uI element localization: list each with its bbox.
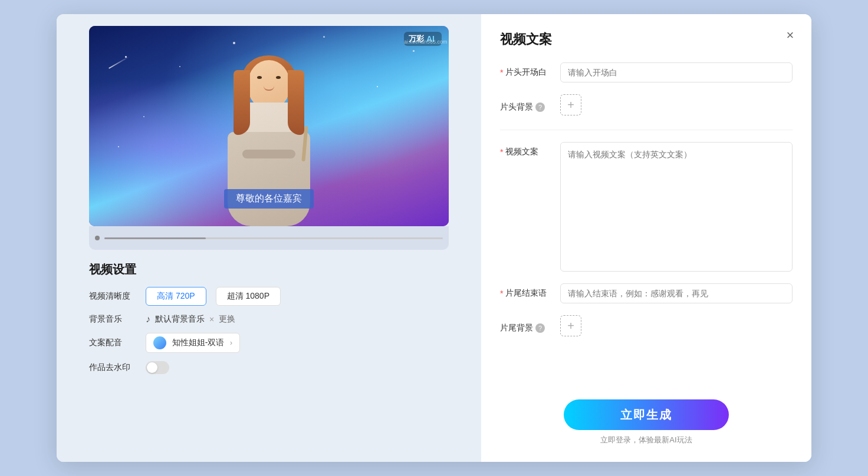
video-copy-field-row: * 视频文案: [500, 142, 793, 272]
modal-dialog: 万彩 AI ai.keehan365.com 尊敬的各位嘉宾: [57, 14, 811, 462]
music-label: 背景音乐: [89, 314, 136, 325]
watermark-toggle-label: 作品去水印: [89, 362, 136, 373]
header-bg-label: 片头背景 ?: [500, 97, 553, 113]
header-bg-field-row: 片头背景 ? +: [500, 94, 793, 115]
required-star-copy: *: [500, 147, 503, 157]
footer-bg-help-icon[interactable]: ?: [535, 323, 545, 333]
generate-section: 立即生成 立即登录，体验最新AI玩法: [500, 390, 793, 445]
generate-hint: 立即登录，体验最新AI玩法: [600, 435, 692, 445]
panel-title: 视频文案: [500, 31, 793, 48]
voice-setting-row: 文案配音 知性姐姐-双语 ›: [89, 333, 449, 353]
video-copy-label-text: 视频文案: [505, 147, 538, 157]
music-icon: ♪: [146, 314, 150, 325]
quality-1080p-button[interactable]: 超清 1080P: [216, 287, 281, 306]
music-remove-button[interactable]: ×: [209, 315, 214, 324]
toggle-knob: [147, 362, 157, 373]
music-name: 默认背景音乐: [155, 314, 205, 325]
watermark-toggle[interactable]: [146, 361, 169, 374]
voice-avatar-icon: [153, 336, 166, 349]
settings-section: 视频设置 视频清晰度 高清 720P 超清 1080P 背景音乐 ♪ 默认背景音…: [89, 262, 449, 382]
close-button[interactable]: ×: [781, 26, 800, 45]
video-copy-textarea[interactable]: [560, 142, 793, 272]
closing-label: * 片尾结束语: [500, 283, 553, 299]
settings-title: 视频设置: [89, 262, 449, 277]
voice-name: 知性姐姐-双语: [172, 338, 225, 348]
progress-bar[interactable]: [104, 237, 443, 239]
divider-1: [500, 130, 793, 130]
watermark-url: ai.keehan365.com: [404, 39, 442, 45]
closing-field-row: * 片尾结束语: [500, 283, 793, 303]
video-preview: 万彩 AI ai.keehan365.com 尊敬的各位嘉宾: [89, 26, 449, 226]
quality-label: 视频清晰度: [89, 291, 136, 302]
video-copy-label: * 视频文案: [500, 142, 553, 157]
opening-label-text: 片头开场白: [505, 67, 547, 78]
footer-bg-label-text: 片尾背景: [500, 323, 533, 333]
subtitle-text: 尊敬的各位嘉宾: [236, 193, 302, 203]
quality-720p-button[interactable]: 高清 720P: [146, 287, 206, 306]
right-panel: × 视频文案 * 片头开场白 片头背景 ? +: [481, 14, 811, 462]
music-info: ♪ 默认背景音乐 × 更换: [146, 314, 235, 325]
required-star-closing: *: [500, 289, 503, 298]
voice-label: 文案配音: [89, 338, 136, 348]
footer-bg-field-row: 片尾背景 ? +: [500, 315, 793, 336]
play-icon[interactable]: [95, 236, 100, 240]
header-bg-help-icon[interactable]: ?: [535, 103, 545, 112]
closing-label-text: 片尾结束语: [505, 288, 547, 299]
opening-label: * 片头开场白: [500, 62, 553, 78]
footer-bg-add-button[interactable]: +: [560, 315, 581, 336]
opening-input[interactable]: [560, 62, 793, 82]
modal-overlay: 万彩 AI ai.keehan365.com 尊敬的各位嘉宾: [0, 0, 868, 476]
music-change-button[interactable]: 更换: [219, 314, 235, 325]
music-setting-row: 背景音乐 ♪ 默认背景音乐 × 更换: [89, 314, 449, 325]
closing-input[interactable]: [560, 283, 793, 303]
voice-selector[interactable]: 知性姐姐-双语 ›: [146, 333, 240, 353]
generate-button[interactable]: 立即生成: [564, 399, 729, 430]
opening-field-row: * 片头开场白: [500, 62, 793, 82]
header-bg-label-text: 片头背景: [500, 102, 533, 113]
watermark-setting-row: 作品去水印: [89, 361, 449, 374]
quality-setting-row: 视频清晰度 高清 720P 超清 1080P: [89, 287, 449, 306]
video-controls-bar: [89, 226, 449, 250]
subtitle-bar: 尊敬的各位嘉宾: [224, 189, 314, 209]
voice-chevron-icon: ›: [230, 339, 232, 347]
header-bg-add-button[interactable]: +: [560, 94, 581, 115]
left-panel: 万彩 AI ai.keehan365.com 尊敬的各位嘉宾: [57, 14, 481, 462]
watermark: 万彩 AI ai.keehan365.com: [404, 32, 442, 46]
required-star-opening: *: [500, 68, 503, 77]
footer-bg-label: 片尾背景 ?: [500, 318, 553, 333]
